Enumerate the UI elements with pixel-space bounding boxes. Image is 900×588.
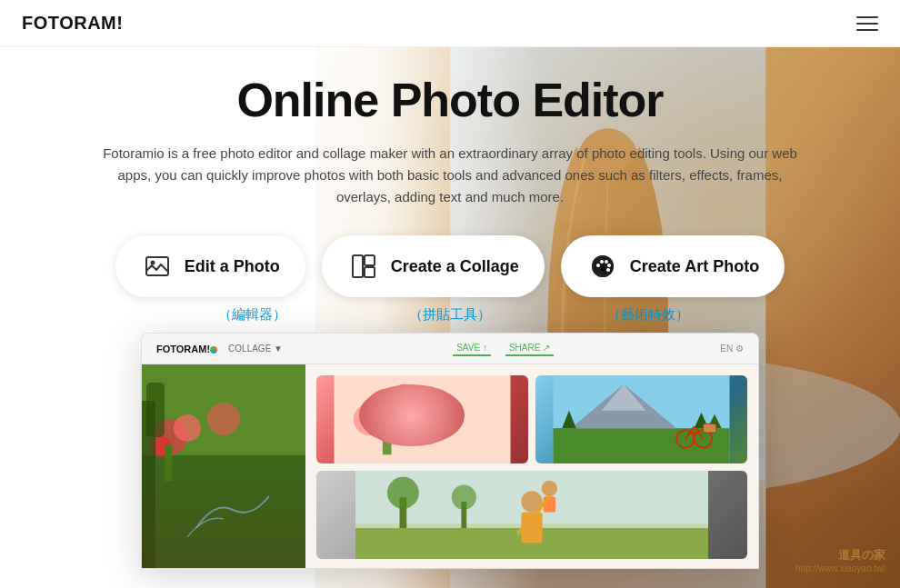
chinese-label-collage: （拼貼工具） bbox=[359, 306, 541, 324]
hero-content: Online Photo Editor Fotoramio is a free … bbox=[0, 47, 900, 569]
sc-panel-person-child bbox=[316, 471, 747, 559]
svg-point-30 bbox=[387, 384, 423, 420]
logo-icon bbox=[124, 16, 138, 31]
create-art-button[interactable]: Create Art Photo bbox=[561, 235, 785, 297]
svg-rect-27 bbox=[146, 383, 165, 437]
svg-point-55 bbox=[387, 477, 419, 509]
chinese-label-art: （藝術特效） bbox=[557, 306, 739, 324]
hamburger-line1 bbox=[856, 16, 878, 18]
svg-rect-35 bbox=[554, 428, 730, 463]
svg-point-52 bbox=[542, 481, 557, 496]
sc-save-btn[interactable]: SAVE ↑ bbox=[453, 341, 491, 356]
logo-text: FOTORAM! bbox=[22, 13, 123, 34]
svg-point-32 bbox=[403, 395, 442, 434]
hamburger-menu[interactable] bbox=[856, 16, 878, 31]
image-icon bbox=[141, 250, 174, 283]
hamburger-line3 bbox=[856, 29, 878, 31]
svg-rect-9 bbox=[365, 255, 375, 265]
sc-lang: EN ⚙ bbox=[720, 344, 744, 354]
sc-logo: FOTORAM! bbox=[156, 344, 217, 354]
palette-icon bbox=[586, 250, 619, 283]
edit-photo-label: Edit a Photo bbox=[185, 257, 280, 276]
hero-description: Fotoramio is a free photo editor and col… bbox=[95, 143, 805, 208]
svg-rect-46 bbox=[703, 424, 716, 434]
logo[interactable]: FOTORAM! bbox=[22, 13, 138, 34]
svg-point-14 bbox=[600, 260, 604, 264]
svg-point-7 bbox=[150, 261, 155, 265]
svg-point-17 bbox=[606, 268, 610, 272]
chinese-label-edit: （編輯器） bbox=[161, 306, 343, 324]
svg-point-15 bbox=[605, 260, 608, 264]
create-collage-label: Create a Collage bbox=[391, 257, 519, 276]
sc-right-panels bbox=[305, 364, 758, 569]
svg-point-22 bbox=[174, 414, 201, 442]
svg-rect-20 bbox=[142, 455, 305, 569]
hamburger-line2 bbox=[856, 23, 878, 25]
screenshot-topbar: FOTORAM! COLLAGE ▼ SAVE ↑ SHARE ↗ EN ⚙ bbox=[142, 334, 758, 364]
svg-point-18 bbox=[600, 267, 605, 272]
svg-point-29 bbox=[365, 389, 409, 434]
svg-rect-33 bbox=[383, 428, 392, 454]
create-collage-button[interactable]: Create a Collage bbox=[322, 235, 545, 297]
sc-panel-mountain bbox=[535, 375, 747, 463]
screenshot-preview: FOTORAM! COLLAGE ▼ SAVE ↑ SHARE ↗ EN ⚙ bbox=[141, 333, 759, 569]
svg-point-13 bbox=[596, 264, 600, 267]
sc-share-btn[interactable]: SHARE ↗ bbox=[505, 341, 554, 356]
navbar: FOTORAM! bbox=[0, 0, 900, 47]
sc-left-photo bbox=[142, 364, 305, 569]
svg-point-57 bbox=[452, 485, 476, 510]
chinese-labels: （編輯器） （拼貼工具） （藝術特效） bbox=[0, 306, 900, 324]
edit-photo-button[interactable]: Edit a Photo bbox=[115, 235, 305, 297]
action-buttons: Edit a Photo Create a Collage bbox=[0, 235, 900, 297]
create-art-label: Create Art Photo bbox=[630, 257, 759, 276]
sc-panel-flowers bbox=[316, 375, 528, 463]
sc-collage-menu: COLLAGE ▼ bbox=[225, 342, 286, 355]
hero-section: Online Photo Editor Fotoramio is a free … bbox=[0, 47, 900, 588]
svg-point-31 bbox=[354, 404, 385, 435]
hero-title: Online Photo Editor bbox=[0, 75, 900, 126]
svg-rect-19 bbox=[142, 364, 305, 569]
svg-rect-24 bbox=[165, 444, 172, 481]
svg-rect-8 bbox=[353, 255, 363, 277]
svg-point-16 bbox=[607, 264, 611, 267]
svg-rect-10 bbox=[365, 267, 375, 277]
svg-point-25 bbox=[207, 403, 240, 435]
screenshot-body bbox=[142, 364, 758, 569]
collage-icon bbox=[347, 250, 380, 283]
svg-rect-28 bbox=[335, 375, 511, 463]
